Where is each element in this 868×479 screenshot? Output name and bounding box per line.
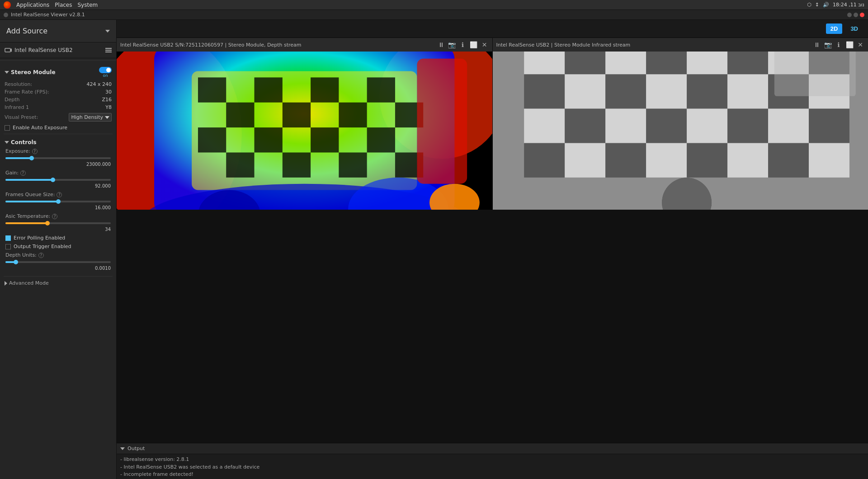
svg-rect-7: [198, 77, 226, 102]
window-close-btn[interactable]: [860, 13, 864, 17]
controls-header[interactable]: Controls: [5, 138, 112, 147]
depth-pause-btn[interactable]: ⏸: [437, 41, 445, 49]
menu-applications[interactable]: Applications: [16, 2, 49, 8]
system-bar-menu[interactable]: Applications Places System: [4, 1, 98, 9]
asic-temp-slider[interactable]: [5, 220, 111, 226]
infrared-stream-body: [493, 52, 868, 210]
gain-fill: [5, 179, 53, 181]
output-trigger-label: Output Trigger Enabled: [14, 244, 71, 249]
device-menu-icon[interactable]: [105, 48, 112, 52]
asic-temp-thumb[interactable]: [45, 221, 50, 225]
frames-queue-help-icon[interactable]: ?: [57, 192, 62, 197]
error-polling-checkbox[interactable]: [5, 235, 11, 241]
output-trigger-checkbox[interactable]: [5, 244, 11, 249]
gain-thumb[interactable]: [51, 178, 55, 182]
output-header[interactable]: Output: [117, 443, 868, 454]
right-content: 2D 3D Intel RealSense USB2 S/N:725112060…: [117, 20, 868, 479]
svg-rect-0: [5, 48, 10, 52]
menu-places[interactable]: Places: [55, 2, 72, 8]
stereo-module-title[interactable]: Stereo Module: [5, 69, 56, 75]
stereo-toggle[interactable]: [99, 67, 112, 73]
advanced-mode-row[interactable]: Advanced Mode: [4, 278, 113, 288]
depth-close-btn[interactable]: ✕: [481, 41, 489, 49]
depth-units-slider[interactable]: [5, 259, 111, 265]
exposure-thumb[interactable]: [29, 156, 34, 160]
system-bar: Applications Places System ⬡ ↕ 🔊 18:24 ,…: [0, 0, 868, 10]
visual-preset-select[interactable]: High Density: [69, 113, 112, 122]
stereo-collapse-icon[interactable]: [5, 71, 9, 74]
infrared-value: Y8: [105, 104, 112, 110]
stereo-toggle-label: on: [103, 73, 108, 78]
depth-units-value: 0.0010: [5, 265, 111, 271]
output-content: - librealsense version: 2.8.1 - Intel Re…: [117, 454, 868, 479]
gain-help-icon[interactable]: ?: [20, 170, 26, 176]
svg-rect-65: [493, 52, 868, 210]
menu-system[interactable]: System: [77, 2, 98, 8]
stereo-toggle-container[interactable]: on: [99, 67, 112, 78]
window-dot-minimize[interactable]: [4, 13, 8, 17]
depth-info-btn[interactable]: ℹ: [459, 41, 467, 49]
infrared-pause-btn[interactable]: ⏸: [813, 41, 821, 49]
exposure-help-icon[interactable]: ?: [32, 149, 38, 154]
output-expand-icon[interactable]: [120, 447, 125, 450]
depth-fullscreen-btn[interactable]: ⬜: [470, 41, 478, 49]
controls-section: Controls Exposure: ? 23000.000: [4, 136, 113, 274]
main-layout: Add Source Intel RealSense USB2: [0, 20, 868, 479]
device-name-area: Intel RealSense USB2: [5, 47, 73, 53]
window-minimize-btn[interactable]: [847, 13, 852, 17]
frames-queue-slider[interactable]: [5, 198, 111, 205]
auto-exposure-checkbox[interactable]: [5, 125, 10, 131]
output-trigger-row[interactable]: Output Trigger Enabled: [5, 242, 112, 251]
depth-snapshot-btn[interactable]: 📷: [448, 41, 456, 49]
controls-collapse-icon[interactable]: [5, 141, 9, 144]
divider3: [4, 276, 113, 277]
preset-dropdown-icon[interactable]: [105, 116, 109, 119]
empty-area: [117, 240, 868, 443]
app-title: Intel RealSense Viewer v2.8.1: [11, 12, 85, 18]
depth-units-label-row: Depth Units: ?: [5, 252, 111, 258]
svg-rect-20: [283, 152, 311, 177]
infrared-label: Infrared 1: [5, 104, 29, 110]
exposure-value: 23000.000: [5, 161, 111, 167]
add-source-header[interactable]: Add Source: [0, 20, 116, 42]
exposure-label-row: Exposure: ?: [5, 148, 111, 154]
svg-rect-19: [226, 152, 254, 177]
depth-value: Z16: [102, 97, 112, 103]
svg-rect-11: [226, 103, 254, 127]
infrared-visualization: [493, 52, 868, 210]
device-name: Intel RealSense USB2: [14, 47, 73, 53]
asic-temp-help-icon[interactable]: ?: [52, 214, 57, 219]
frames-queue-fill: [5, 201, 58, 202]
depth-units-thumb[interactable]: [14, 260, 18, 264]
view-2d-button[interactable]: 2D: [826, 23, 843, 34]
window-maximize-btn[interactable]: [854, 13, 858, 17]
camera-icon: [5, 47, 12, 53]
asic-temp-label: Asic Temperature:: [5, 213, 50, 219]
depth-label: Depth: [5, 97, 20, 103]
gain-slider[interactable]: [5, 177, 111, 183]
error-polling-row[interactable]: Error Polling Enabled: [5, 234, 112, 242]
infrared-info-btn[interactable]: ℹ: [835, 41, 843, 49]
infrared-stream-header: Intel RealSense USB2 | Stereo Module Inf…: [493, 38, 868, 52]
add-source-dropdown-icon[interactable]: [105, 30, 110, 33]
auto-exposure-row[interactable]: Enable Auto Exposure: [4, 123, 113, 132]
frames-queue-thumb[interactable]: [56, 199, 61, 204]
depth-units-label: Depth Units:: [5, 252, 37, 258]
fps-row: Frame Rate (FPS): 30: [4, 88, 113, 96]
exposure-control: Exposure: ? 23000.000: [5, 147, 112, 169]
visual-preset-value: High Density: [71, 114, 103, 120]
error-polling-label: Error Polling Enabled: [14, 235, 65, 241]
infrared-close-btn[interactable]: ✕: [856, 41, 864, 49]
view-3d-button[interactable]: 3D: [846, 23, 863, 34]
stereo-module-section: Stereo Module on Resolution: 424 x 240 F…: [0, 62, 116, 291]
infrared-snapshot-btn[interactable]: 📷: [824, 41, 832, 49]
depth-units-help-icon[interactable]: ?: [38, 253, 44, 258]
depth-stream-controls[interactable]: ⏸ 📷 ℹ ⬜ ✕: [437, 41, 489, 49]
network-icon: ↕: [815, 2, 819, 8]
infrared-stream-controls[interactable]: ⏸ 📷 ℹ ⬜ ✕: [813, 41, 864, 49]
exposure-slider[interactable]: [5, 155, 111, 161]
asic-temp-control: Asic Temperature: ? 34: [5, 212, 112, 234]
infrared-fullscreen-btn[interactable]: ⬜: [845, 41, 854, 49]
window-controls[interactable]: [847, 13, 864, 17]
advanced-mode-expand-icon[interactable]: [5, 281, 7, 286]
